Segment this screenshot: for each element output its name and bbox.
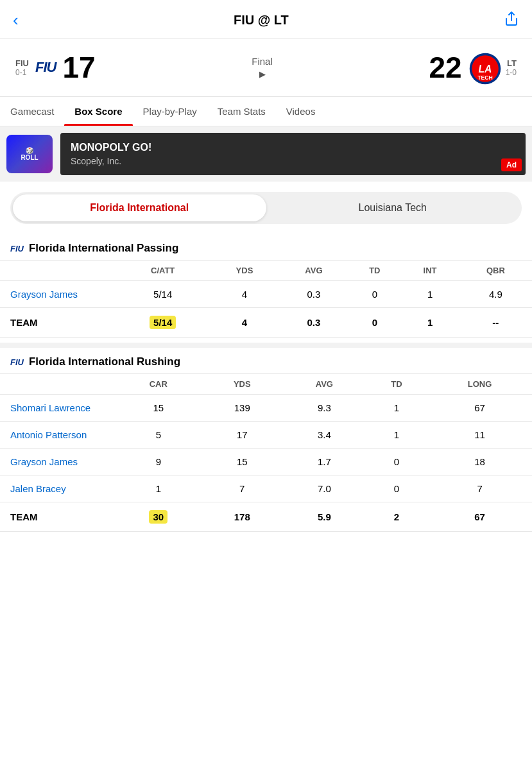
player-td: 0 (366, 475, 427, 502)
rushing-section: FIU Florida International Rushing CAR YD… (0, 348, 532, 537)
player-car: 9 (116, 449, 202, 475)
player-yds: 4 (210, 281, 279, 308)
team-avg: 5.9 (283, 502, 366, 532)
table-row: Grayson James 9 15 1.7 0 18 (0, 449, 532, 475)
player-long: 67 (427, 395, 532, 422)
svg-text:LA: LA (478, 64, 492, 74)
team-avg: 0.3 (279, 308, 349, 338)
passing-header: FIU Florida International Passing (0, 234, 532, 260)
tab-gamecast[interactable]: Gamecast (0, 97, 64, 126)
team-label: TEAM (0, 502, 116, 532)
passing-logo: FIU (10, 244, 24, 253)
table-row: Shomari Lawrence 15 139 9.3 1 67 (0, 395, 532, 422)
player-td: 1 (366, 395, 427, 422)
passing-col-qbr: QBR (459, 261, 532, 281)
home-record: 1-0 (506, 68, 517, 77)
home-abbr: LT (507, 58, 517, 68)
player-long: 7 (427, 475, 532, 502)
team-qbr: -- (459, 308, 532, 338)
tab-teamstats[interactable]: Team Stats (207, 97, 276, 126)
ad-content: MONOPOLY GO! Scopely, Inc. (60, 133, 526, 175)
team-selector-fiu[interactable]: Florida International (13, 194, 266, 221)
ad-image-content: 🎲ROLL (21, 147, 38, 161)
away-score: 17 (62, 50, 95, 85)
team-label: TEAM (0, 308, 116, 338)
player-car: 5 (116, 422, 202, 449)
player-long: 11 (427, 422, 532, 449)
table-row: Grayson James 5/14 4 0.3 0 1 4.9 (0, 281, 532, 308)
passing-col-yds: YDS (210, 261, 279, 281)
passing-section: FIU Florida International Passing C/ATT … (0, 234, 532, 343)
rushing-title: Florida International Rushing (29, 355, 180, 368)
team-selector: Florida International Louisiana Tech (10, 192, 522, 224)
passing-table: C/ATT YDS AVG TD INT QBR Grayson James 5… (0, 260, 532, 338)
home-team-info: LT 1-0 (506, 58, 517, 77)
away-abbr: FIU (15, 58, 29, 68)
ad-title: MONOPOLY GO! (71, 142, 515, 153)
rushing-header: FIU Florida International Rushing (0, 348, 532, 373)
player-avg: 0.3 (279, 281, 349, 308)
player-long: 18 (427, 449, 532, 475)
rushing-header-row: CAR YDS AVG TD LONG (0, 374, 532, 395)
team-yds: 4 (210, 308, 279, 338)
passing-col-catt: C/ATT (116, 261, 210, 281)
team-td: 2 (366, 502, 427, 532)
player-name[interactable]: Jalen Bracey (0, 475, 116, 502)
player-name[interactable]: Antonio Patterson (0, 422, 116, 449)
away-record: 0-1 (15, 68, 26, 77)
score-section: FIU 0-1 FIU 17 Final ▶ LT 1-0 LA TECH 22 (0, 38, 532, 97)
away-team-info: FIU 0-1 (15, 58, 29, 77)
ad-subtitle: Scopely, Inc. (71, 156, 515, 166)
rushing-team-row: TEAM 30 178 5.9 2 67 (0, 502, 532, 532)
passing-header-row: C/ATT YDS AVG TD INT QBR (0, 261, 532, 281)
player-car: 15 (116, 395, 202, 422)
player-avg: 3.4 (283, 422, 366, 449)
passing-col-avg: AVG (279, 261, 349, 281)
rushing-col-name (0, 374, 116, 395)
rushing-table: CAR YDS AVG TD LONG Shomari Lawrence 15 … (0, 373, 532, 532)
rushing-col-yds: YDS (202, 374, 283, 395)
home-team: LT 1-0 LA TECH 22 (429, 50, 517, 85)
tab-playbyplay[interactable]: Play-by-Play (133, 97, 207, 126)
nav-tabs: Gamecast Box Score Play-by-Play Team Sta… (0, 97, 532, 126)
team-int: 1 (400, 308, 459, 338)
game-status: Final (252, 56, 273, 67)
back-button[interactable]: ‹ (13, 10, 19, 30)
rushing-logo: FIU (10, 357, 24, 367)
player-int: 1 (400, 281, 459, 308)
player-catt: 5/14 (116, 281, 210, 308)
player-car: 1 (116, 475, 202, 502)
score-middle: Final ▶ (252, 56, 273, 79)
section-divider (0, 343, 532, 348)
player-yds: 7 (202, 475, 283, 502)
tab-videos[interactable]: Videos (276, 97, 326, 126)
lt-logo: LA TECH (468, 52, 499, 83)
player-name[interactable]: Shomari Lawrence (0, 395, 116, 422)
rushing-col-car: CAR (116, 374, 202, 395)
player-qbr: 4.9 (459, 281, 532, 308)
player-yds: 15 (202, 449, 283, 475)
away-team: FIU 0-1 FIU 17 (15, 50, 96, 85)
player-name[interactable]: Grayson James (0, 281, 116, 308)
player-td: 1 (366, 422, 427, 449)
tab-boxscore[interactable]: Box Score (64, 97, 132, 126)
home-score: 22 (429, 50, 461, 85)
team-selector-lt[interactable]: Louisiana Tech (266, 194, 520, 221)
player-name[interactable]: Grayson James (0, 449, 116, 475)
passing-team-row: TEAM 5/14 4 0.3 0 1 -- (0, 308, 532, 338)
player-yds: 17 (202, 422, 283, 449)
share-button[interactable] (504, 11, 519, 30)
ad-banner[interactable]: 🎲ROLL MONOPOLY GO! Scopely, Inc. Ad (0, 126, 532, 182)
team-td: 0 (348, 308, 400, 338)
fiu-logo: FIU (35, 59, 56, 76)
table-row: Jalen Bracey 1 7 7.0 0 7 (0, 475, 532, 502)
passing-col-td: TD (348, 261, 400, 281)
ad-image: 🎲ROLL (6, 135, 53, 173)
rushing-col-long: LONG (427, 374, 532, 395)
header: ‹ FIU @ LT (0, 0, 532, 38)
player-avg: 1.7 (283, 449, 366, 475)
rushing-col-td: TD (366, 374, 427, 395)
player-td: 0 (348, 281, 400, 308)
rushing-col-avg: AVG (283, 374, 366, 395)
player-yds: 139 (202, 395, 283, 422)
